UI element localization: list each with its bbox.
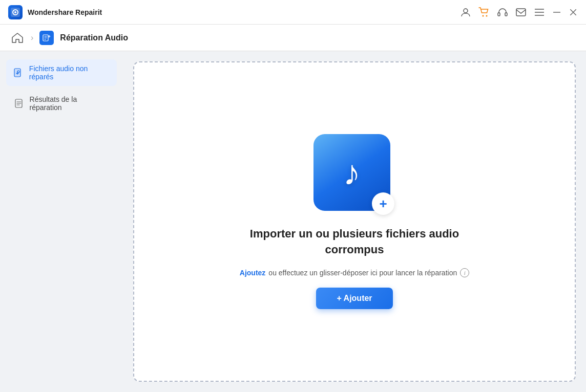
- section-title: Réparation Audio: [60, 33, 128, 42]
- music-note-icon: ♪: [343, 155, 361, 190]
- user-icon[interactable]: [460, 7, 471, 18]
- add-button[interactable]: + Ajouter: [316, 288, 392, 309]
- title-bar-left: Wondershare Repairit: [8, 5, 102, 19]
- dropzone-subtitle: Ajoutez ou effectuez un glisser-déposer …: [240, 268, 469, 277]
- title-bar: Wondershare Repairit: [0, 0, 586, 25]
- svg-point-3: [464, 9, 468, 13]
- app-title: Wondershare Repairit: [28, 8, 102, 16]
- content-area: ♪ + Importer un ou plusieurs fichiers au…: [123, 51, 586, 392]
- drop-zone[interactable]: ♪ + Importer un ou plusieurs fichiers au…: [133, 61, 576, 382]
- add-badge-icon: +: [372, 192, 394, 215]
- dropzone-add-link: Ajoutez: [240, 269, 266, 277]
- svg-point-2: [14, 11, 16, 13]
- info-icon[interactable]: i: [460, 268, 469, 277]
- svg-point-5: [486, 15, 488, 16]
- mail-icon[interactable]: [515, 7, 527, 18]
- sidebar-item-unrepaired[interactable]: Fichiers audio non réparés: [6, 59, 117, 86]
- nav-breadcrumb-separator: ›: [31, 33, 33, 42]
- headphones-icon[interactable]: [497, 7, 508, 18]
- dropzone-subtitle-rest: ou effectuez un glisser-déposer ici pour…: [268, 269, 457, 277]
- dropzone-title: Importer un ou plusieurs fichiers audio …: [250, 226, 459, 258]
- title-bar-controls: [460, 7, 578, 18]
- sidebar-item-results-label: Résultats de la réparation: [30, 95, 110, 112]
- minimize-button[interactable]: [552, 8, 561, 17]
- sidebar: Fichiers audio non réparés Résultats de …: [0, 51, 123, 392]
- add-button-label: + Ajouter: [337, 294, 372, 303]
- main-layout: Fichiers audio non réparés Résultats de …: [0, 51, 586, 392]
- app-icon: [8, 5, 23, 19]
- home-icon[interactable]: [10, 31, 25, 45]
- section-icon: [39, 31, 54, 45]
- music-icon-container: ♪ +: [313, 134, 395, 216]
- menu-icon[interactable]: [534, 7, 545, 18]
- close-button[interactable]: [569, 8, 578, 17]
- audio-file-icon: [13, 67, 24, 78]
- sidebar-item-unrepaired-label: Fichiers audio non réparés: [29, 64, 110, 81]
- svg-rect-8: [516, 9, 526, 16]
- svg-point-4: [483, 15, 484, 16]
- results-icon: [13, 98, 25, 109]
- nav-bar: › Réparation Audio: [0, 25, 586, 51]
- cart-icon[interactable]: [478, 7, 490, 18]
- sidebar-item-results[interactable]: Résultats de la réparation: [6, 90, 117, 117]
